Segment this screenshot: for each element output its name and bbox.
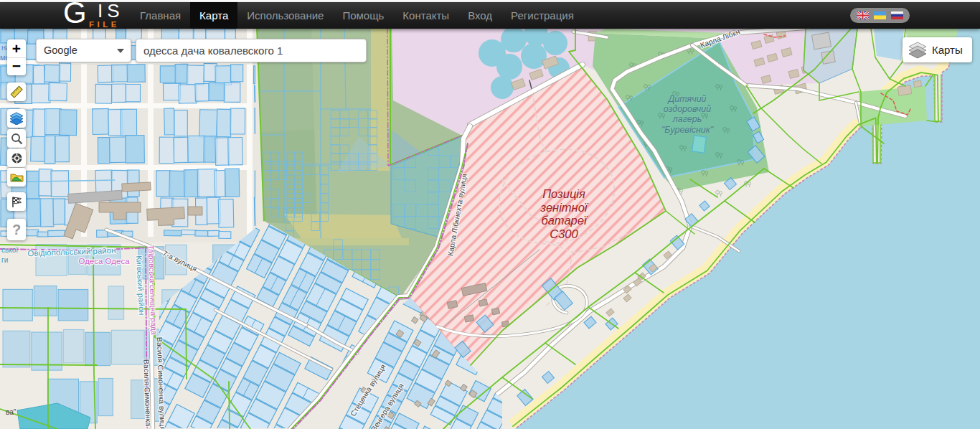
svg-text:оздоровчий: оздоровчий	[664, 104, 711, 114]
svg-text:ва": ва"	[6, 408, 17, 416]
svg-text:ги: ги	[1, 256, 8, 264]
svg-text:лагерь: лагерь	[672, 114, 702, 124]
svg-text:ської: ської	[1, 246, 18, 254]
svg-text:Позиція: Позиція	[542, 187, 585, 200]
svg-text:С300: С300	[550, 227, 578, 240]
svg-text:зенітної: зенітної	[540, 201, 588, 214]
svg-text:"Буревісник": "Буревісник"	[661, 125, 714, 135]
svg-text:Дитячий: Дитячий	[666, 94, 706, 104]
svg-text:Одеса Одеса: Одеса Одеса	[78, 257, 130, 265]
svg-text:батареї: батареї	[541, 214, 588, 227]
